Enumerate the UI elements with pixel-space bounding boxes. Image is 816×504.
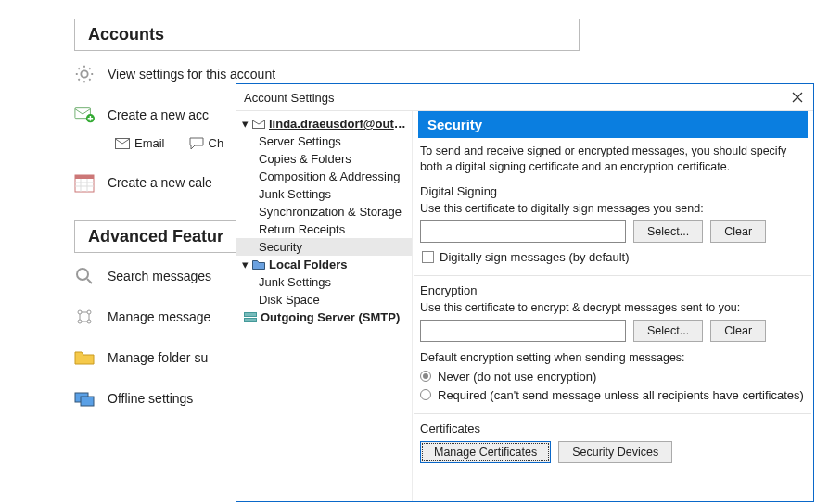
close-button[interactable]: [789, 89, 806, 106]
tree-item-sync[interactable]: Synchronization & Storage: [236, 203, 412, 220]
account-settings-dialog: Account Settings ▾ linda.draeusdorf@outl…: [236, 83, 814, 502]
tree-account-label: linda.draeusdorf@outloo...: [269, 117, 406, 131]
svg-rect-4: [75, 175, 94, 179]
svg-point-13: [78, 320, 82, 323]
encryption-never-label: Never (do not use encryption): [438, 370, 596, 384]
gear-icon: [74, 64, 95, 84]
view-settings-row[interactable]: View settings for this account: [74, 64, 788, 84]
signing-clear-button[interactable]: Clear: [710, 220, 766, 243]
manage-filters-label: Manage message: [108, 309, 210, 324]
tree-item-local-junk[interactable]: Junk Settings: [236, 273, 412, 291]
add-mail-icon: [74, 105, 95, 125]
svg-rect-23: [245, 318, 257, 321]
offline-settings-label: Offline settings: [108, 391, 193, 406]
create-account-label: Create a new acc: [108, 107, 209, 122]
sign-default-label: Digitally sign messages (by default): [440, 250, 629, 264]
tree-item-server-settings[interactable]: Server Settings: [236, 132, 412, 150]
account-tree: ▾ linda.draeusdorf@outloo... Server Sett…: [236, 111, 413, 501]
tree-item-copies-folders[interactable]: Copies & Folders: [236, 150, 412, 168]
signing-group-label: Digital Signing: [420, 184, 806, 198]
tree-item-receipts[interactable]: Return Receipts: [236, 220, 412, 238]
svg-point-9: [77, 269, 88, 280]
search-icon: [74, 266, 95, 286]
encryption-select-button[interactable]: Select...: [633, 320, 703, 342]
encryption-cert-input[interactable]: [420, 320, 626, 342]
create-calendar-label: Create a new cale: [108, 175, 212, 190]
calendar-icon: [74, 172, 95, 193]
offline-icon: [74, 388, 95, 409]
svg-point-14: [87, 320, 91, 323]
encryption-required-radio[interactable]: Required (can't send message unless all …: [420, 388, 806, 402]
tree-item-security[interactable]: Security: [236, 238, 412, 256]
dialog-title-text: Account Settings: [244, 91, 335, 105]
radio-on-icon: [420, 371, 431, 382]
encryption-required-label: Required (can't send message unless all …: [438, 388, 804, 402]
view-settings-label: View settings for this account: [108, 67, 275, 82]
tree-smtp-node[interactable]: Outgoing Server (SMTP): [236, 309, 412, 326]
signing-hint: Use this certificate to digitally sign m…: [420, 202, 806, 215]
tree-account-node[interactable]: ▾ linda.draeusdorf@outloo...: [236, 115, 412, 132]
mail-icon: [252, 120, 265, 129]
security-devices-button[interactable]: Security Devices: [558, 441, 672, 463]
encryption-hint: Use this certificate to encrypt & decryp…: [420, 301, 806, 314]
mail-icon: [115, 138, 130, 149]
chevron-down-icon: ▾: [242, 258, 249, 271]
encryption-clear-button[interactable]: Clear: [710, 320, 766, 342]
tree-item-junk[interactable]: Junk Settings: [236, 185, 412, 203]
email-link[interactable]: Email: [115, 136, 165, 150]
manage-certificates-button[interactable]: Manage Certificates: [420, 441, 551, 463]
radio-off-icon: [420, 389, 431, 400]
certificates-group-label: Certificates: [420, 422, 806, 435]
search-messages-label: Search messages: [108, 269, 211, 284]
svg-rect-20: [81, 397, 94, 406]
folder-icon: [74, 347, 95, 368]
tree-local-folders-node[interactable]: ▾ Local Folders: [236, 256, 412, 273]
tree-item-disk-space[interactable]: Disk Space: [236, 291, 412, 309]
signing-cert-input[interactable]: [420, 220, 626, 243]
tree-local-folders-label: Local Folders: [269, 258, 348, 271]
manage-folders-label: Manage folder su: [108, 350, 208, 365]
folder-icon: [252, 259, 265, 270]
panel-description: To send and receive signed or encrypted …: [420, 144, 806, 175]
checkbox-icon: [422, 251, 434, 263]
tree-smtp-label: Outgoing Server (SMTP): [261, 310, 400, 324]
security-panel: Security To send and receive signed or e…: [413, 111, 813, 501]
signing-select-button[interactable]: Select...: [633, 220, 703, 243]
svg-point-11: [78, 310, 82, 314]
encryption-never-radio[interactable]: Never (do not use encryption): [420, 370, 806, 384]
default-encryption-label: Default encryption setting when sending …: [420, 351, 806, 364]
encryption-group-label: Encryption: [420, 284, 806, 297]
sign-default-checkbox[interactable]: Digitally sign messages (by default): [422, 250, 806, 264]
chevron-down-icon: ▾: [242, 117, 249, 131]
panel-title: Security: [418, 111, 808, 138]
chat-link[interactable]: Ch: [189, 136, 224, 150]
svg-point-12: [87, 310, 91, 314]
server-icon: [244, 312, 257, 323]
svg-line-10: [87, 279, 92, 284]
filter-icon: [74, 307, 95, 327]
svg-rect-22: [245, 312, 257, 316]
email-label: Email: [134, 136, 165, 150]
chat-icon: [189, 137, 204, 150]
tree-item-composition[interactable]: Composition & Addressing: [236, 168, 412, 185]
accounts-header: Accounts: [74, 19, 580, 51]
chat-label: Ch: [209, 136, 224, 150]
